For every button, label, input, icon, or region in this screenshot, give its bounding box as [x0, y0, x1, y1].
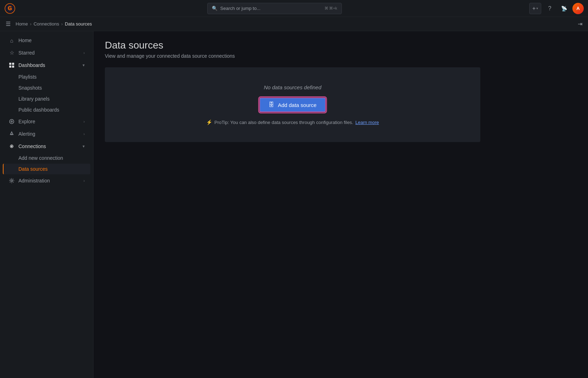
sidebar-item-alerting[interactable]: Alerting ›	[3, 128, 90, 140]
svg-point-3	[9, 7, 11, 10]
empty-state-card: No data sources defined 🗄 Add data sourc…	[105, 67, 480, 142]
search-box[interactable]: 🔍 Search or jump to... ⌘ ⌘+k	[207, 3, 342, 14]
topbar-right: + ▾ ? 📡 A	[529, 3, 584, 14]
alerting-chevron: ›	[84, 132, 85, 136]
home-icon: ⌂	[9, 37, 15, 44]
explore-icon	[9, 118, 15, 125]
alerting-icon	[9, 131, 15, 137]
collapse-icon[interactable]: ⇥	[578, 21, 582, 27]
sidebar-item-administration[interactable]: Administration ›	[3, 175, 90, 187]
sidebar-item-dashboards[interactable]: Dashboards ▾	[3, 59, 90, 71]
svg-point-14	[11, 180, 13, 182]
sidebar-item-explore-label: Explore	[18, 119, 35, 124]
sidebar-item-starred[interactable]: ☆ Starred ›	[3, 47, 90, 59]
connections-chevron: ▾	[83, 144, 85, 149]
sidebar-item-snapshots[interactable]: Snapshots	[3, 83, 90, 93]
help-button[interactable]: ?	[544, 3, 555, 14]
search-icon: 🔍	[212, 6, 217, 11]
sidebar-item-public-dashboards[interactable]: Public dashboards	[3, 105, 90, 115]
starred-chevron: ›	[84, 51, 85, 55]
sidebar-item-administration-label: Administration	[18, 178, 50, 184]
search-placeholder: Search or jump to...	[220, 6, 322, 11]
page-subtitle: View and manage your connected data sour…	[105, 53, 577, 59]
svg-rect-5	[12, 63, 14, 65]
empty-state-text: No data sources defined	[264, 84, 322, 90]
svg-rect-6	[9, 66, 11, 68]
plus-chevron: ▾	[536, 6, 538, 10]
sidebar-item-add-connection[interactable]: Add new connection	[3, 153, 90, 163]
topbar: G 🔍 Search or jump to... ⌘ ⌘+k + ▾ ? 📡 A	[0, 0, 588, 17]
sidebar-item-home[interactable]: ⌂ Home	[3, 34, 90, 46]
breadcrumb-connections[interactable]: Connections	[34, 21, 59, 27]
hamburger-menu[interactable]: ☰	[6, 21, 11, 27]
search-area: 🔍 Search or jump to... ⌘ ⌘+k	[20, 3, 529, 14]
layout: ⌂ Home ☆ Starred › Dashboards ▾ Pl	[0, 31, 588, 378]
news-icon: 📡	[561, 6, 567, 11]
svg-point-9	[11, 121, 12, 122]
help-icon: ?	[548, 5, 552, 12]
sidebar-item-library-panels[interactable]: Library panels	[3, 94, 90, 104]
administration-chevron: ›	[84, 179, 85, 183]
protip-text: ProTip: You can also define data sources…	[214, 120, 353, 125]
breadcrumb-current: Data sources	[65, 21, 92, 27]
svg-point-11	[11, 134, 12, 135]
sidebar-item-playlists[interactable]: Playlists	[3, 72, 90, 82]
add-datasource-icon: 🗄	[268, 102, 274, 108]
learn-more-link[interactable]: Learn more	[355, 120, 379, 125]
search-kbd: ⌘ ⌘+k	[324, 6, 337, 11]
svg-rect-7	[12, 66, 14, 68]
connections-icon	[9, 143, 15, 149]
new-button[interactable]: + ▾	[529, 3, 541, 14]
grafana-logo[interactable]: G	[4, 3, 16, 14]
sidebar-item-home-label: Home	[18, 38, 32, 43]
main-content: Data sources View and manage your connec…	[94, 31, 588, 378]
breadcrumb-bar: ☰ Home › Connections › Data sources ⇥	[0, 17, 588, 31]
sidebar-item-connections[interactable]: Connections ▾	[3, 140, 90, 152]
sidebar-item-starred-label: Starred	[18, 50, 35, 56]
news-button[interactable]: 📡	[558, 3, 570, 14]
svg-point-8	[10, 119, 14, 124]
sidebar: ⌂ Home ☆ Starred › Dashboards ▾ Pl	[0, 31, 94, 378]
sidebar-item-data-sources[interactable]: Data sources	[3, 164, 90, 174]
avatar[interactable]: A	[572, 3, 584, 14]
administration-icon	[9, 177, 15, 184]
sidebar-item-alerting-label: Alerting	[18, 131, 35, 137]
add-datasource-label: Add data source	[278, 102, 316, 108]
breadcrumb-sep-1: ›	[30, 22, 32, 27]
protip-icon: ⚡	[206, 119, 212, 125]
svg-rect-4	[9, 63, 11, 65]
star-icon: ☆	[9, 50, 15, 56]
dashboards-chevron: ▾	[83, 63, 85, 68]
breadcrumb-sep-2: ›	[61, 22, 63, 27]
protip-row: ⚡ ProTip: You can also define data sourc…	[206, 119, 379, 125]
sidebar-item-connections-label: Connections	[18, 143, 46, 149]
svg-point-13	[11, 146, 12, 147]
page-title: Data sources	[105, 40, 577, 51]
dashboards-icon	[9, 62, 15, 68]
explore-chevron: ›	[84, 120, 85, 124]
breadcrumb-home[interactable]: Home	[16, 21, 28, 27]
sidebar-item-explore[interactable]: Explore ›	[3, 115, 90, 128]
add-datasource-button[interactable]: 🗄 Add data source	[259, 97, 326, 112]
sidebar-item-dashboards-label: Dashboards	[18, 62, 45, 68]
